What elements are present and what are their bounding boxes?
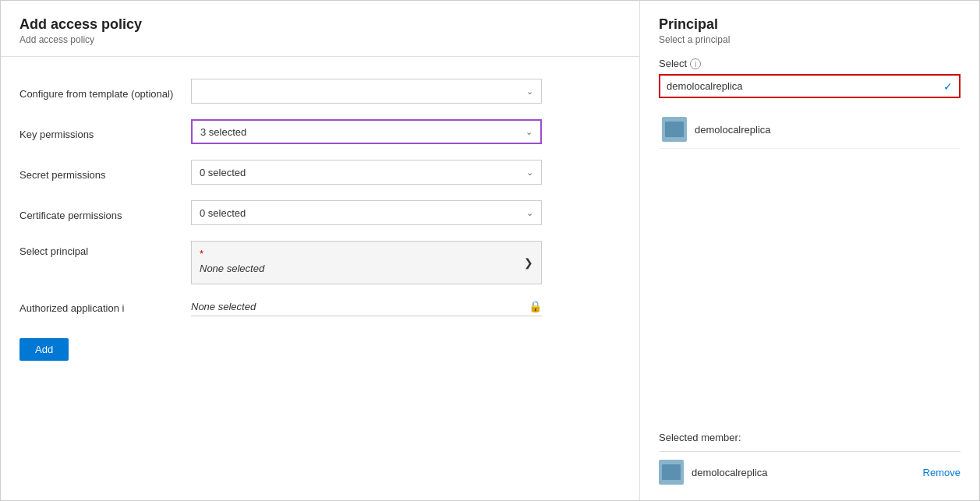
certificate-permissions-value: 0 selected	[200, 207, 246, 219]
remove-button[interactable]: Remove	[923, 467, 961, 478]
select-principal-control: * None selected ❯	[191, 241, 542, 284]
principal-select-box[interactable]: * None selected ❯	[191, 241, 542, 284]
principal-required-star: *	[200, 248, 533, 259]
select-label-row: Select i	[659, 58, 961, 69]
certificate-permissions-chevron-icon: ⌄	[526, 208, 533, 218]
authorized-control: None selected 🔒	[191, 300, 542, 316]
search-input-wrap: ✓	[659, 74, 961, 98]
member-name: demolocalreplica	[692, 467, 923, 478]
select-principal-row: Select principal * None selected ❯	[19, 241, 621, 284]
principal-search-input[interactable]	[660, 76, 943, 97]
panel-subtitle: Select a principal	[659, 34, 961, 45]
authorized-section: Authorized application i None selected 🔒	[19, 300, 621, 316]
select-info-icon: i	[690, 58, 701, 69]
member-avatar-inner	[662, 464, 681, 480]
left-panel: Add access policy Add access policy Conf…	[1, 1, 640, 500]
lock-icon: 🔒	[529, 300, 542, 312]
result-item[interactable]: demolocalreplica	[659, 111, 961, 149]
certificate-permissions-label: Certificate permissions	[19, 205, 191, 221]
configure-dropdown[interactable]: ⌄	[191, 79, 542, 104]
add-button[interactable]: Add	[19, 338, 69, 361]
selected-member-section: Selected member: demolocalreplica Remove	[659, 416, 961, 485]
result-avatar	[662, 117, 687, 142]
select-label: Select	[659, 58, 687, 69]
form-area: Configure from template (optional) ⌄ Key…	[1, 57, 639, 500]
selected-member-row: demolocalreplica Remove	[659, 451, 961, 485]
certificate-permissions-control: 0 selected ⌄	[191, 200, 542, 225]
secret-permissions-dropdown[interactable]: 0 selected ⌄	[191, 160, 542, 185]
key-permissions-value: 3 selected	[200, 126, 246, 138]
key-permissions-dropdown[interactable]: 3 selected ⌄	[191, 119, 542, 144]
configure-label: Configure from template (optional)	[19, 83, 191, 100]
key-permissions-control: 3 selected ⌄	[191, 119, 542, 144]
certificate-permissions-dropdown[interactable]: 0 selected ⌄	[191, 200, 542, 225]
result-name: demolocalreplica	[695, 124, 771, 136]
selected-member-label: Selected member:	[659, 432, 961, 443]
right-panel: Principal Select a principal Select i ✓ …	[640, 1, 979, 500]
secret-permissions-chevron-icon: ⌄	[526, 168, 533, 178]
secret-permissions-label: Secret permissions	[19, 164, 191, 181]
principal-none-text: None selected	[200, 263, 533, 274]
key-permissions-label: Key permissions	[19, 124, 191, 140]
select-principal-label: Select principal	[19, 241, 191, 257]
page-title: Add access policy	[19, 16, 621, 33]
key-permissions-row: Key permissions 3 selected ⌄	[19, 119, 621, 144]
authorized-info-icon: i	[122, 302, 125, 314]
secret-permissions-row: Secret permissions 0 selected ⌄	[19, 160, 621, 185]
secret-permissions-value: 0 selected	[200, 167, 246, 178]
authorized-label: Authorized application i	[19, 302, 191, 314]
add-button-row: Add	[19, 338, 621, 361]
configure-control: ⌄	[191, 79, 542, 104]
page-subtitle: Add access policy	[19, 34, 621, 45]
panel-title: Principal	[659, 16, 961, 33]
secret-permissions-control: 0 selected ⌄	[191, 160, 542, 185]
member-avatar	[659, 460, 684, 485]
authorized-value: None selected	[191, 301, 529, 312]
page-header: Add access policy Add access policy	[1, 1, 639, 57]
authorized-row: Authorized application i None selected 🔒	[19, 300, 621, 316]
certificate-permissions-row: Certificate permissions 0 selected ⌄	[19, 200, 621, 225]
configure-chevron-icon: ⌄	[526, 86, 533, 97]
principal-arrow-icon: ❯	[524, 256, 533, 269]
key-permissions-chevron-icon: ⌄	[525, 127, 532, 137]
result-avatar-inner	[665, 122, 684, 137]
search-checkmark-icon: ✓	[943, 80, 959, 93]
authorized-input-row: None selected 🔒	[191, 300, 542, 316]
configure-row: Configure from template (optional) ⌄	[19, 79, 621, 104]
